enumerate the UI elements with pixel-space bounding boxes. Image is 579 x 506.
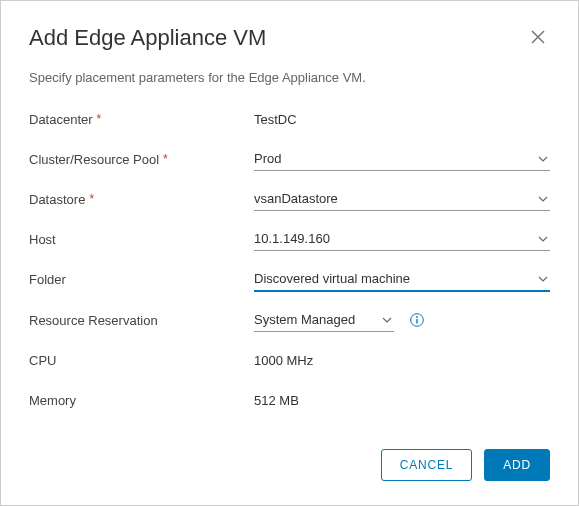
host-select[interactable]: 10.1.149.160 (254, 227, 550, 251)
datacenter-label: Datacenter * (29, 112, 254, 127)
chevron-down-icon (538, 156, 548, 162)
memory-value-col: 512 MB (254, 393, 550, 408)
datacenter-label-text: Datacenter (29, 112, 93, 127)
datacenter-value: TestDC (254, 112, 297, 127)
cluster-label-text: Cluster/Resource Pool (29, 152, 159, 167)
cluster-value-col: Prod (254, 147, 550, 171)
datacenter-value-col: TestDC (254, 112, 550, 127)
host-label: Host (29, 232, 254, 247)
datastore-row: Datastore * vsanDatastore (29, 187, 550, 211)
datastore-label-text: Datastore (29, 192, 85, 207)
chevron-down-icon (382, 317, 392, 323)
close-button[interactable] (526, 25, 550, 52)
memory-label: Memory (29, 393, 254, 408)
chevron-down-icon (538, 236, 548, 242)
reservation-label-text: Resource Reservation (29, 313, 158, 328)
datastore-select[interactable]: vsanDatastore (254, 187, 550, 211)
reservation-wrap: System Managed (254, 308, 424, 332)
host-select-value: 10.1.149.160 (254, 231, 330, 246)
datastore-value-col: vsanDatastore (254, 187, 550, 211)
folder-row: Folder Discovered virtual machine (29, 267, 550, 292)
folder-label-text: Folder (29, 272, 66, 287)
reservation-row: Resource Reservation System Managed (29, 308, 550, 332)
folder-label: Folder (29, 272, 254, 287)
cluster-label: Cluster/Resource Pool * (29, 152, 254, 167)
cpu-value-col: 1000 MHz (254, 353, 550, 368)
dialog-title: Add Edge Appliance VM (29, 25, 266, 51)
chevron-down-icon (538, 276, 548, 282)
host-label-text: Host (29, 232, 56, 247)
add-edge-appliance-dialog: Add Edge Appliance VM Specify placement … (0, 0, 579, 506)
close-icon (530, 29, 546, 48)
dialog-subtitle: Specify placement parameters for the Edg… (29, 70, 550, 85)
chevron-down-icon (538, 196, 548, 202)
folder-select[interactable]: Discovered virtual machine (254, 267, 550, 292)
memory-value: 512 MB (254, 393, 299, 408)
required-marker: * (163, 152, 168, 166)
datastore-select-value: vsanDatastore (254, 191, 338, 206)
svg-rect-2 (416, 319, 417, 324)
required-marker: * (97, 112, 102, 126)
dialog-footer: Cancel Add (29, 433, 550, 481)
reservation-value-col: System Managed (254, 308, 550, 332)
reservation-select-value: System Managed (254, 312, 355, 327)
cpu-row: CPU 1000 MHz (29, 348, 550, 372)
dialog-header: Add Edge Appliance VM (29, 25, 550, 52)
datacenter-row: Datacenter * TestDC (29, 107, 550, 131)
reservation-label: Resource Reservation (29, 313, 254, 328)
svg-point-1 (416, 316, 418, 318)
add-button[interactable]: Add (484, 449, 550, 481)
cancel-button[interactable]: Cancel (381, 449, 472, 481)
cpu-value: 1000 MHz (254, 353, 313, 368)
cluster-select-value: Prod (254, 151, 281, 166)
host-row: Host 10.1.149.160 (29, 227, 550, 251)
host-value-col: 10.1.149.160 (254, 227, 550, 251)
cluster-select[interactable]: Prod (254, 147, 550, 171)
reservation-select[interactable]: System Managed (254, 308, 394, 332)
info-icon[interactable] (410, 313, 424, 327)
placement-form: Datacenter * TestDC Cluster/Resource Poo… (29, 107, 550, 433)
cpu-label: CPU (29, 353, 254, 368)
memory-row: Memory 512 MB (29, 388, 550, 412)
memory-label-text: Memory (29, 393, 76, 408)
folder-value-col: Discovered virtual machine (254, 267, 550, 292)
cluster-row: Cluster/Resource Pool * Prod (29, 147, 550, 171)
cpu-label-text: CPU (29, 353, 56, 368)
required-marker: * (89, 192, 94, 206)
datastore-label: Datastore * (29, 192, 254, 207)
folder-select-value: Discovered virtual machine (254, 271, 410, 286)
